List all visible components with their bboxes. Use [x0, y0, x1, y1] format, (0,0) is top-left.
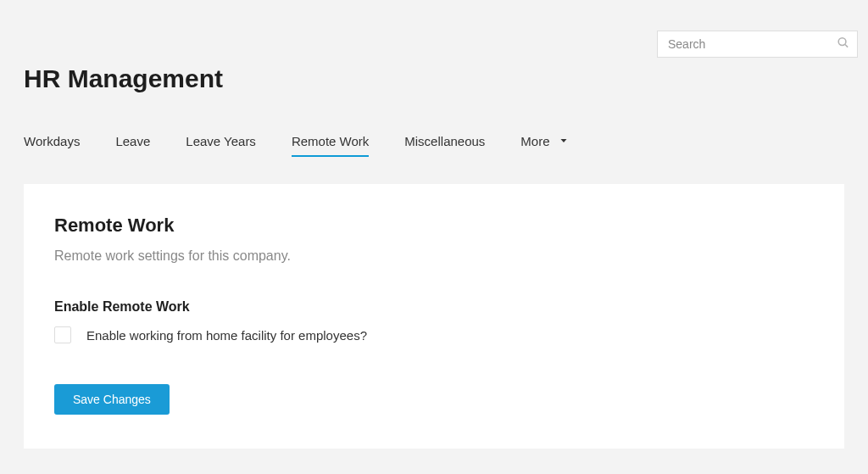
chevron-down-icon: [559, 134, 569, 148]
search-input[interactable]: [657, 31, 858, 58]
setting-label: Enable Remote Work: [54, 299, 814, 315]
setting-enable-remote-work: Enable Remote Work Enable working from h…: [54, 299, 814, 343]
tab-remote-work[interactable]: Remote Work: [292, 134, 369, 157]
tab-more-label: More: [520, 134, 549, 148]
settings-card: Remote Work Remote work settings for thi…: [24, 184, 844, 449]
page-title: HR Management: [24, 64, 844, 93]
tabs: Workdays Leave Leave Years Remote Work M…: [0, 134, 868, 157]
save-button[interactable]: Save Changes: [54, 384, 170, 415]
section-title: Remote Work: [54, 215, 814, 237]
tab-miscellaneous[interactable]: Miscellaneous: [404, 134, 485, 157]
enable-remote-work-checkbox[interactable]: [54, 326, 71, 343]
search-wrap: [657, 31, 858, 58]
tab-workdays[interactable]: Workdays: [24, 134, 80, 157]
tab-leave[interactable]: Leave: [115, 134, 150, 157]
tab-leave-years[interactable]: Leave Years: [186, 134, 256, 157]
tab-more[interactable]: More: [520, 134, 568, 157]
section-description: Remote work settings for this company.: [54, 248, 814, 264]
enable-remote-work-checkbox-label: Enable working from home facility for em…: [86, 328, 367, 343]
